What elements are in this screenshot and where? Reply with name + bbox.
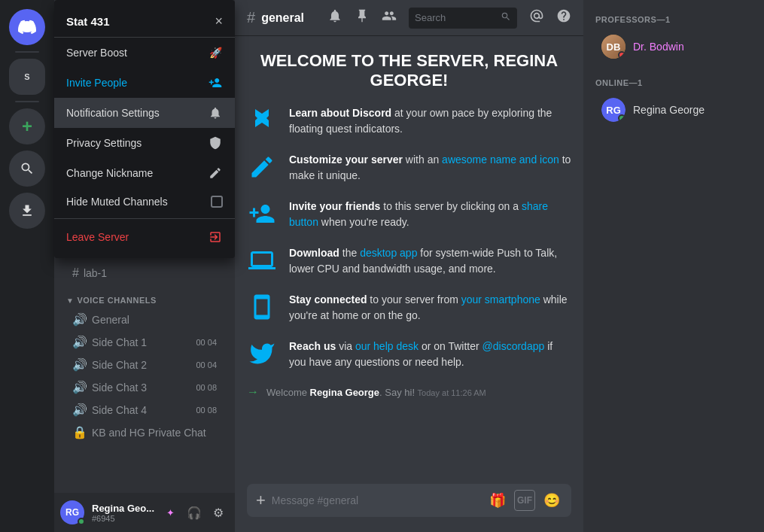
notification-settings-item[interactable]: Notification Settings	[54, 98, 235, 128]
channel-item-general-voice[interactable]: 🔊 General	[60, 309, 229, 330]
voice-channels-header[interactable]: ▼ Voice Channels	[54, 293, 235, 308]
chat-area: WELCOME TO THE SERVER, REGINA GEORGE! Le…	[235, 36, 583, 484]
voice-section-chevron: ▼	[66, 296, 74, 305]
sidebar: Stat 431 × Server Boost 🚀 Invite People …	[54, 0, 235, 532]
user-avatar: RG	[60, 500, 84, 524]
speaker-icon-5: 🔊	[72, 403, 87, 417]
members-panel: PROFESSORS—1 DB Dr. Bodwin ONLINE—1 RG R…	[583, 0, 764, 532]
channel-name-side-chat-2: Side Chat 2	[92, 359, 196, 371]
add-server-button[interactable]: +	[9, 108, 45, 144]
discover-servers-button[interactable]	[9, 150, 45, 187]
invite-people-item[interactable]: Invite People	[54, 68, 235, 98]
change-nickname-item[interactable]: Change Nickname	[54, 158, 235, 188]
settings-button[interactable]: ⚙	[208, 502, 229, 523]
channel-title: # general	[247, 9, 318, 26]
speaker-icon-3: 🔊	[72, 357, 87, 372]
discord-twitter-link[interactable]: @discordapp	[482, 340, 545, 352]
hide-muted-channels-item[interactable]: Hide Muted Channels	[54, 188, 235, 215]
pin-icon[interactable]	[355, 8, 370, 27]
nitro-icon-button[interactable]: ✦	[160, 502, 181, 523]
channel-item-side-chat-4[interactable]: 🔊 Side Chat 4 00 08	[60, 399, 229, 421]
regina-status	[618, 114, 626, 122]
user-info: Regina Geo... #6945	[92, 503, 157, 523]
member-avatar-bodwin: DB	[601, 35, 626, 59]
customize-icon	[247, 152, 277, 182]
desktop-app-link[interactable]: desktop app	[360, 247, 417, 259]
emoji-button[interactable]: 😊	[541, 490, 562, 511]
member-avatar-regina: RG	[601, 98, 626, 122]
dropdown-divider	[54, 218, 235, 219]
channel-item-side-chat-2[interactable]: 🔊 Side Chat 2 00 04	[60, 354, 229, 375]
customize-text: Customize your server with an awesome na…	[289, 152, 571, 184]
member-item-bodwin[interactable]: DB Dr. Bodwin	[589, 30, 758, 63]
channel-item-lab1[interactable]: # lab-1	[60, 263, 229, 284]
channel-name-heading: general	[261, 11, 304, 25]
member-name-bodwin: Dr. Bodwin	[633, 41, 684, 53]
server-boost-item[interactable]: Server Boost 🚀	[54, 38, 235, 68]
welcome-item-invite: Invite your friends to this server by cl…	[247, 199, 571, 230]
welcome-item-learn: Learn about Discord at your own pace by …	[247, 105, 571, 137]
search-icon	[501, 11, 511, 24]
hide-muted-checkbox[interactable]	[211, 196, 223, 208]
help-desk-link[interactable]: our help desk	[355, 340, 419, 352]
notification-settings-label: Notification Settings	[66, 107, 160, 119]
bell-icon	[208, 105, 223, 120]
main-content: # general Search	[235, 0, 583, 532]
welcome-message-text: Welcome Regina George. Say hi! Today at …	[266, 387, 486, 398]
member-item-regina[interactable]: RG Regina George	[589, 93, 758, 126]
leave-server-label: Leave Server	[66, 231, 129, 243]
online-section-header: ONLINE—1	[583, 75, 764, 90]
download-app-icon	[247, 245, 277, 275]
smartphone-link[interactable]: your smartphone	[461, 293, 540, 306]
download-text: Download the desktop app for system-wide…	[289, 245, 571, 277]
headphones-button[interactable]: 🎧	[184, 502, 205, 523]
side-chat-4-badge: 00 08	[196, 406, 217, 415]
user-panel: RG Regina Geo... #6945 ✦ 🎧 ⚙	[54, 493, 235, 532]
at-mention-icon[interactable]	[529, 8, 544, 27]
privacy-settings-label: Privacy Settings	[66, 137, 142, 149]
invite-people-label: Invite People	[66, 77, 127, 89]
add-attachment-button[interactable]: +	[256, 491, 266, 510]
speaker-icon-2: 🔊	[72, 335, 87, 349]
bodwin-status	[618, 51, 626, 59]
members-icon[interactable]	[382, 8, 397, 27]
mobile-icon	[247, 292, 277, 322]
server-dropdown-menu: Stat 431 × Server Boost 🚀 Invite People …	[54, 0, 235, 258]
learn-text: Learn about Discord at your own pace by …	[289, 105, 571, 137]
mobile-text: Stay connected to your server from your …	[289, 292, 571, 324]
lock-icon: 🔒	[72, 425, 87, 439]
chat-footer: + 🎁 GIF 😊	[235, 484, 583, 532]
awesome-name-link[interactable]: awesome name and icon	[442, 154, 559, 166]
message-input-field[interactable]	[272, 494, 481, 506]
user-discriminator: #6945	[92, 514, 157, 523]
gift-button[interactable]: 🎁	[487, 490, 508, 511]
gif-button[interactable]: GIF	[514, 490, 535, 511]
search-bar[interactable]: Search	[409, 8, 517, 29]
channel-name-lab1: lab-1	[84, 267, 217, 279]
help-icon[interactable]	[556, 8, 571, 27]
dropdown-close-button[interactable]: ×	[215, 14, 223, 29]
server-bar: S +	[0, 0, 54, 532]
learn-icon	[247, 105, 277, 135]
server-icon-stat431[interactable]: S	[9, 59, 45, 95]
channel-item-side-chat-3[interactable]: 🔊 Side Chat 3 00 08	[60, 376, 229, 398]
hash-icon: #	[72, 266, 79, 280]
discord-logo[interactable]	[9, 9, 45, 45]
channel-name-general: General	[92, 314, 217, 326]
invite-icon	[208, 75, 223, 90]
twitter-icon	[247, 339, 277, 369]
dropdown-header: Stat 431 ×	[54, 6, 235, 38]
leave-server-item[interactable]: Leave Server	[54, 222, 235, 252]
channel-item-private-chat[interactable]: 🔒 KB and HG Private Chat	[60, 421, 229, 443]
welcome-item-reach: Reach us via our help desk or on Twitter…	[247, 339, 571, 370]
privacy-settings-item[interactable]: Privacy Settings	[54, 128, 235, 158]
side-chat-1-badge: 00 04	[196, 338, 217, 347]
channel-item-side-chat-1[interactable]: 🔊 Side Chat 1 00 04	[60, 331, 229, 353]
speaker-icon: 🔊	[72, 312, 87, 327]
welcome-item-customize: Customize your server with an awesome na…	[247, 152, 571, 184]
channel-name-side-chat-1: Side Chat 1	[92, 336, 196, 348]
welcome-item-mobile: Stay connected to your server from your …	[247, 292, 571, 324]
notifications-icon[interactable]	[327, 8, 342, 27]
change-nickname-label: Change Nickname	[66, 167, 153, 179]
download-button[interactable]	[9, 193, 45, 229]
